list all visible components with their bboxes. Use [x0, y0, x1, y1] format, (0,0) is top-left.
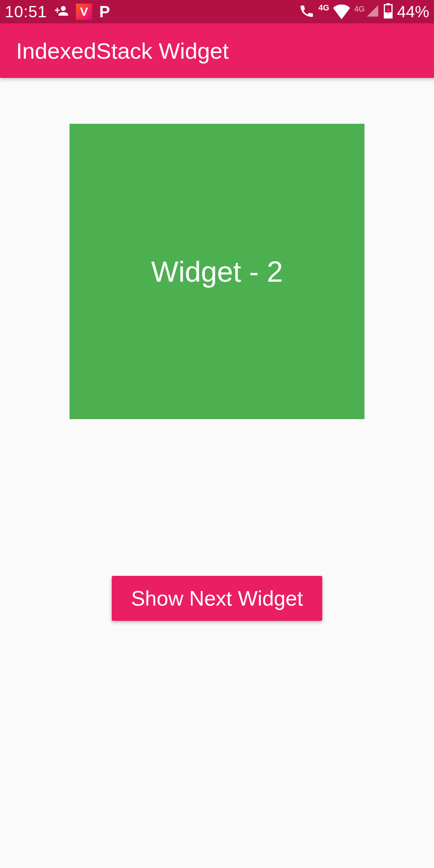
app-title: IndexedStack Widget	[16, 38, 229, 64]
person-add-icon	[54, 4, 69, 20]
main-content: Widget - 2 Show Next Widget	[0, 78, 434, 631]
signal-4g-icon: 4G	[354, 4, 379, 19]
widget-label: Widget - 2	[151, 255, 283, 288]
signal-4g-label: 4G	[354, 4, 365, 14]
show-next-widget-button[interactable]: Show Next Widget	[112, 576, 322, 621]
battery-icon	[383, 3, 393, 20]
battery-percentage: 44%	[397, 3, 429, 21]
indexed-stack-widget: Widget - 2	[70, 124, 364, 419]
status-right: 4G 4G 44%	[299, 2, 429, 21]
status-time: 10:51	[5, 3, 47, 21]
v-app-icon: V	[76, 4, 92, 20]
wifi-icon	[333, 2, 350, 21]
phone-4g-label: 4G	[319, 3, 330, 12]
status-bar: 10:51 V P 4G 4G 44%	[0, 0, 434, 23]
status-left: 10:51 V P	[5, 3, 110, 21]
p-app-icon: P	[99, 3, 110, 21]
phone-4g-icon	[299, 3, 315, 20]
app-bar: IndexedStack Widget	[0, 23, 434, 78]
